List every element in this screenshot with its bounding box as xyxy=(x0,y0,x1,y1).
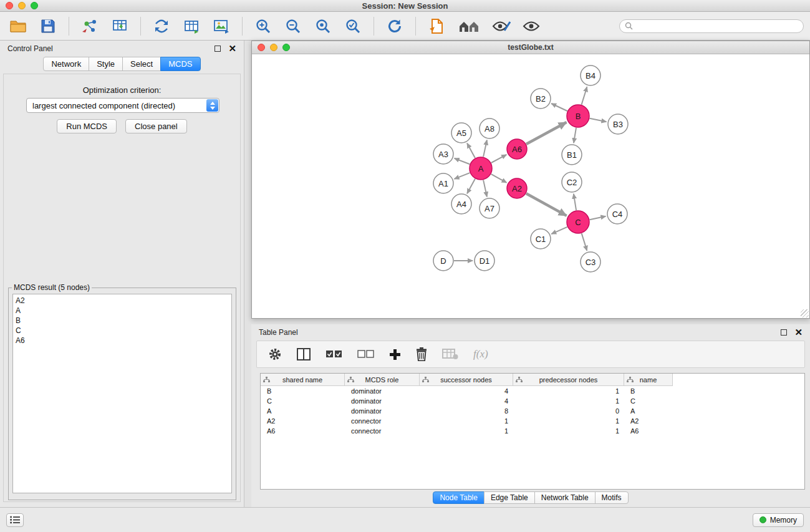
show-columns-button[interactable] xyxy=(297,348,311,360)
zoom-out-button[interactable] xyxy=(281,14,305,38)
table-cell[interactable]: B xyxy=(624,386,673,396)
node-B4[interactable]: B4 xyxy=(581,65,600,85)
column-header-MCDS-role[interactable]: MCDS role xyxy=(345,374,420,386)
table-cell[interactable]: 1 xyxy=(513,386,624,396)
add-row-button[interactable] xyxy=(389,349,401,360)
edge-A-A7[interactable] xyxy=(483,180,487,197)
clone-network-button[interactable] xyxy=(150,14,173,38)
table-cell[interactable]: 1 xyxy=(420,416,513,426)
close-table-panel-icon[interactable]: ✕ xyxy=(794,329,803,336)
node-A6[interactable]: A6 xyxy=(507,139,527,159)
window-resize-handle[interactable] xyxy=(801,309,809,317)
table-row[interactable]: Bdominator41B xyxy=(261,386,804,396)
run-mcds-button[interactable]: Run MCDS xyxy=(57,119,117,133)
column-header-predecessor-nodes[interactable]: predecessor nodes xyxy=(513,374,624,386)
table-cell[interactable]: dominator xyxy=(345,406,420,416)
table-cell[interactable]: A6 xyxy=(624,426,673,436)
table-cell[interactable]: connector xyxy=(345,426,420,436)
float-table-panel-icon[interactable] xyxy=(781,329,787,336)
edge-A-A3[interactable] xyxy=(455,158,470,164)
node-C[interactable]: C xyxy=(567,211,589,233)
node-D[interactable]: D xyxy=(433,251,453,271)
edge-A2-C[interactable] xyxy=(526,193,567,216)
float-panel-icon[interactable] xyxy=(215,46,221,52)
zoom-in-button[interactable] xyxy=(251,14,275,38)
node-B[interactable]: B xyxy=(567,105,589,127)
open-session-button[interactable] xyxy=(6,14,30,38)
tab-select[interactable]: Select xyxy=(122,57,161,71)
table-cell[interactable]: dominator xyxy=(345,396,420,406)
node-D1[interactable]: D1 xyxy=(475,251,494,271)
edge-B-B3[interactable] xyxy=(590,118,607,122)
criterion-dropdown[interactable]: largest connected component (directed) xyxy=(26,98,219,113)
tab-node-table[interactable]: Node Table xyxy=(433,491,485,504)
node-C2[interactable]: C2 xyxy=(562,172,582,192)
table-cell[interactable]: A2 xyxy=(261,416,345,426)
node-A[interactable]: A xyxy=(470,157,492,180)
minimize-network-window-button[interactable] xyxy=(270,44,277,51)
search-box[interactable] xyxy=(619,19,804,33)
node-C3[interactable]: C3 xyxy=(581,252,600,272)
tab-network-table[interactable]: Network Table xyxy=(534,491,595,504)
deselect-all-button[interactable] xyxy=(357,350,374,359)
task-history-button[interactable] xyxy=(6,513,24,527)
network-canvas[interactable]: B4B2BB3A5A8A6A3B1AA1C2A2A4A7CC4C1C3DD1 xyxy=(252,54,809,318)
close-panel-icon[interactable]: ✕ xyxy=(228,46,236,52)
table-cell[interactable]: 8 xyxy=(420,406,513,416)
table-cell[interactable]: dominator xyxy=(345,386,420,396)
tab-motifs[interactable]: Motifs xyxy=(595,491,629,504)
table-cell[interactable]: C xyxy=(624,396,673,406)
open-document-button[interactable] xyxy=(425,14,448,38)
minimize-window-button[interactable] xyxy=(18,2,26,9)
table-cell[interactable]: 0 xyxy=(513,406,624,416)
table-row[interactable]: Cdominator41C xyxy=(261,396,804,406)
node-A8[interactable]: A8 xyxy=(480,118,499,138)
table-cell[interactable]: A6 xyxy=(261,426,345,436)
table-cell[interactable]: 1 xyxy=(513,426,624,436)
table-cell[interactable]: 4 xyxy=(420,386,513,396)
show-details-button[interactable] xyxy=(519,14,543,38)
edge-B-B2[interactable] xyxy=(551,104,567,111)
zoom-selected-button[interactable] xyxy=(341,14,365,38)
edge-A-A5[interactable] xyxy=(467,143,475,158)
tab-mcds[interactable]: MCDS xyxy=(160,57,200,71)
table-settings-button[interactable] xyxy=(268,347,282,361)
table-row[interactable]: A2connector11A2 xyxy=(261,416,804,426)
select-all-button[interactable] xyxy=(325,350,342,359)
node-C1[interactable]: C1 xyxy=(531,229,551,249)
export-image-button[interactable] xyxy=(210,14,233,38)
edge-C-C1[interactable] xyxy=(551,227,567,234)
table-cell[interactable]: C xyxy=(261,396,345,406)
edge-C-C4[interactable] xyxy=(590,216,606,220)
node-A5[interactable]: A5 xyxy=(451,123,471,143)
edge-A-A8[interactable] xyxy=(483,140,487,157)
table-cell[interactable]: 1 xyxy=(513,396,624,406)
table-cell[interactable]: A2 xyxy=(624,416,673,426)
network-view[interactable]: B4B2BB3A5A8A6A3B1AA1C2A2A4A7CC4C1C3DD1 xyxy=(252,54,809,318)
refresh-button[interactable] xyxy=(383,14,407,38)
column-header-shared-name[interactable]: shared name xyxy=(261,374,345,386)
edge-B-B4[interactable] xyxy=(582,87,587,105)
home-button[interactable] xyxy=(455,14,483,38)
node-A1[interactable]: A1 xyxy=(433,173,453,193)
edge-A-A1[interactable] xyxy=(455,173,470,179)
node-A2[interactable]: A2 xyxy=(507,178,527,198)
node-A7[interactable]: A7 xyxy=(480,198,499,218)
search-input[interactable] xyxy=(636,22,798,31)
zoom-window-button[interactable] xyxy=(31,2,38,9)
memory-button[interactable]: Memory xyxy=(753,513,804,527)
result-item[interactable]: A6 xyxy=(16,336,231,346)
result-item[interactable]: B xyxy=(16,316,231,326)
column-header-name[interactable]: name xyxy=(624,374,673,386)
tab-edge-table[interactable]: Edge Table xyxy=(484,491,535,504)
edge-B-B1[interactable] xyxy=(574,128,576,143)
node-A3[interactable]: A3 xyxy=(433,144,453,164)
import-table-button[interactable] xyxy=(108,14,132,38)
table-cell[interactable]: A xyxy=(624,406,673,416)
edge-A-A2[interactable] xyxy=(491,174,507,183)
table-cell[interactable]: 4 xyxy=(420,396,513,406)
table-cell[interactable]: 1 xyxy=(513,416,624,426)
annotation-button[interactable] xyxy=(489,14,513,38)
result-item[interactable]: C xyxy=(16,326,231,336)
table-row[interactable]: A6connector11A6 xyxy=(261,426,804,436)
